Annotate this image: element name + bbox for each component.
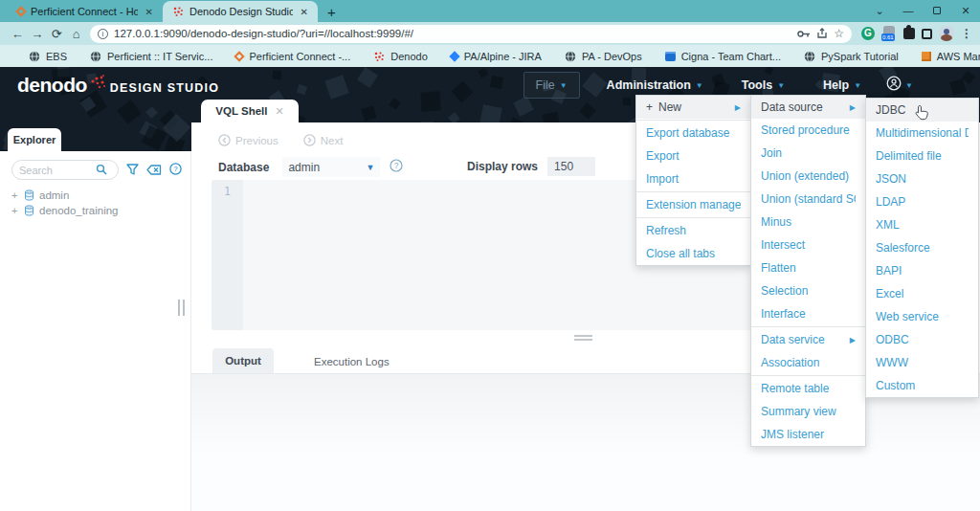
window-close-button[interactable]: ✕	[951, 0, 980, 22]
extension-badge-icon[interactable]: 0.61	[881, 26, 897, 41]
menu-item-json[interactable]: JSON	[866, 167, 978, 190]
denodo-design-studio-window: Perficient Connect - Home✕Denodo Design …	[0, 0, 980, 511]
database-select[interactable]: admin ▼	[282, 157, 380, 177]
menu-item-close-all-tabs[interactable]: Close all tabs	[636, 242, 750, 265]
editor-output-resize-handle[interactable]	[574, 335, 592, 341]
menu-item-remote-table[interactable]: Remote table	[751, 377, 865, 400]
close-tab-icon[interactable]: ✕	[299, 7, 310, 17]
next-button[interactable]: Next	[303, 134, 344, 146]
window-blue-icon	[665, 52, 676, 61]
url-bar[interactable]: i 127.0.0.1:9090/denodo-design-studio/?u…	[90, 25, 852, 43]
tab-vql-shell[interactable]: VQL Shell ✕	[201, 100, 299, 122]
help-circle-icon[interactable]: ?	[169, 162, 182, 179]
menu-item-import[interactable]: Import	[636, 167, 750, 190]
chevron-down-icon: ▼	[696, 81, 703, 90]
display-rows-input[interactable]	[547, 157, 595, 176]
home-icon[interactable]: ⌂	[67, 27, 87, 41]
menu-item-delimited-file[interactable]: Delimited file	[866, 144, 978, 167]
close-tab-icon[interactable]: ✕	[144, 7, 155, 17]
sidebar-resize-handle[interactable]	[178, 300, 185, 316]
back-icon[interactable]: ←	[8, 27, 28, 41]
menu-item-export-database[interactable]: Export database	[636, 122, 750, 144]
url-text[interactable]: 127.0.0.1:9090/denodo-design-studio/?uri…	[114, 28, 791, 39]
tab-title: Denodo Design Studio	[189, 6, 293, 17]
bookmark-cigna-team-chart[interactable]: Cigna - Team Chart...	[665, 51, 781, 62]
database-help-icon[interactable]: ?	[390, 159, 403, 176]
database-selected-value: admin	[288, 161, 366, 174]
bookmark-perficient-connect[interactable]: Perficient Connect -...	[235, 51, 350, 62]
menu-item-web-service[interactable]: Web service	[866, 305, 978, 328]
window-maximize-button[interactable]	[923, 0, 951, 22]
menu-item-excel[interactable]: Excel	[866, 282, 978, 305]
menubar-file[interactable]: File▼	[523, 72, 580, 99]
menu-item-ldap[interactable]: LDAP	[866, 190, 978, 213]
filter-icon[interactable]	[126, 162, 139, 179]
menu-item-stored-procedure[interactable]: Stored procedure	[751, 119, 865, 142]
expand-icon[interactable]: +	[11, 189, 19, 201]
menu-item-extension-management[interactable]: Extension management	[636, 193, 750, 216]
bookmark-star-icon[interactable]: ☆	[834, 27, 844, 40]
browser-tab-denodo-design-studio[interactable]: Denodo Design Studio✕	[163, 1, 318, 22]
menu-item-selection[interactable]: Selection	[751, 279, 865, 302]
pattern-square	[448, 112, 460, 122]
bookmark-perficient-it-servic[interactable]: Perficient :: IT Servic...	[90, 51, 212, 62]
user-menu[interactable]: ▼	[886, 76, 913, 95]
search-input[interactable]	[19, 165, 96, 176]
forward-icon[interactable]: →	[28, 27, 48, 41]
bookmark-pa-devops[interactable]: PA - DevOps	[565, 51, 642, 62]
menu-item-data-source[interactable]: Data source▶	[751, 96, 865, 119]
new-tab-button[interactable]: +	[318, 4, 347, 22]
menu-item-export[interactable]: Export	[636, 144, 750, 167]
menu-item-join[interactable]: Join	[751, 142, 865, 165]
extensions-puzzle-icon[interactable]	[903, 28, 915, 39]
window-menu-chevron-icon[interactable]: ⌄	[865, 0, 894, 22]
bookmark-pa-alpine-jira[interactable]: PA/Alpine - JIRA	[451, 51, 542, 62]
menu-item-www[interactable]: WWW	[866, 351, 978, 374]
menu-item-association[interactable]: Association	[751, 351, 865, 374]
menu-item-custom[interactable]: Custom	[866, 374, 978, 397]
menu-item-summary-view[interactable]: Summary view	[751, 400, 865, 423]
password-key-icon[interactable]	[797, 30, 811, 38]
tab-execution-logs[interactable]: Execution Logs	[314, 356, 390, 373]
menu-item-union-standard-sql[interactable]: Union (standard SQL)	[751, 188, 865, 211]
bookmark-aws-management[interactable]: AWS Management...	[922, 51, 980, 62]
close-tab-icon[interactable]: ✕	[275, 105, 283, 118]
expand-icon[interactable]: +	[11, 205, 19, 216]
menu-item-xml[interactable]: XML	[866, 213, 978, 236]
reload-icon[interactable]: ⟳	[47, 27, 67, 41]
menu-item-union-extended[interactable]: Union (extended)	[751, 165, 865, 188]
menu-item-new[interactable]: +New▶	[636, 96, 750, 119]
tab-explorer[interactable]: Explorer	[8, 128, 61, 151]
bookmark-denodo[interactable]: Denodo	[373, 51, 428, 62]
menu-item-data-service[interactable]: Data service▶	[751, 328, 865, 351]
tree-item-admin[interactable]: +admin	[0, 188, 190, 203]
previous-button[interactable]: Previous	[218, 134, 278, 146]
menu-item-salesforce[interactable]: Salesforce	[866, 236, 978, 259]
menu-item-odbc[interactable]: ODBC	[866, 328, 978, 351]
chevron-down-icon: ▼	[854, 81, 861, 90]
search-icon[interactable]	[96, 162, 107, 179]
menu-item-multidimensional-db[interactable]: Multidimensional DB	[866, 122, 978, 144]
clear-search-icon[interactable]	[146, 162, 162, 179]
menu-item-jms-listener[interactable]: JMS listener	[751, 423, 865, 446]
bookmark-pyspark-tutorial[interactable]: PySpark Tutorial	[804, 51, 899, 62]
menu-item-refresh[interactable]: Refresh	[636, 219, 750, 242]
bookmark-ebs[interactable]: EBS	[29, 51, 67, 62]
tree-item-denodo-training[interactable]: +denodo_training	[0, 203, 190, 218]
tab-groups-icon[interactable]	[922, 29, 932, 39]
menu-item-intersect[interactable]: Intersect	[751, 233, 865, 256]
denodo-logo: denodo DESIGN STUDIO	[17, 74, 219, 97]
profile-avatar[interactable]	[939, 26, 954, 41]
site-info-icon[interactable]: i	[98, 29, 108, 39]
menu-item-label: ODBC	[876, 333, 969, 346]
menu-item-flatten[interactable]: Flatten	[751, 256, 865, 279]
browser-tab-perficient-connect-home[interactable]: Perficient Connect - Home✕	[8, 1, 163, 22]
browser-menu-icon[interactable]: ⋮	[961, 27, 972, 40]
share-icon[interactable]	[816, 28, 828, 39]
menu-item-bapi[interactable]: BAPI	[866, 259, 978, 282]
window-minimize-button[interactable]: —	[894, 0, 923, 22]
menu-item-interface[interactable]: Interface	[751, 302, 865, 325]
tab-output[interactable]: Output	[212, 348, 274, 373]
menu-item-minus[interactable]: Minus	[751, 211, 865, 233]
grammarly-extension-icon[interactable]: G	[861, 27, 875, 40]
